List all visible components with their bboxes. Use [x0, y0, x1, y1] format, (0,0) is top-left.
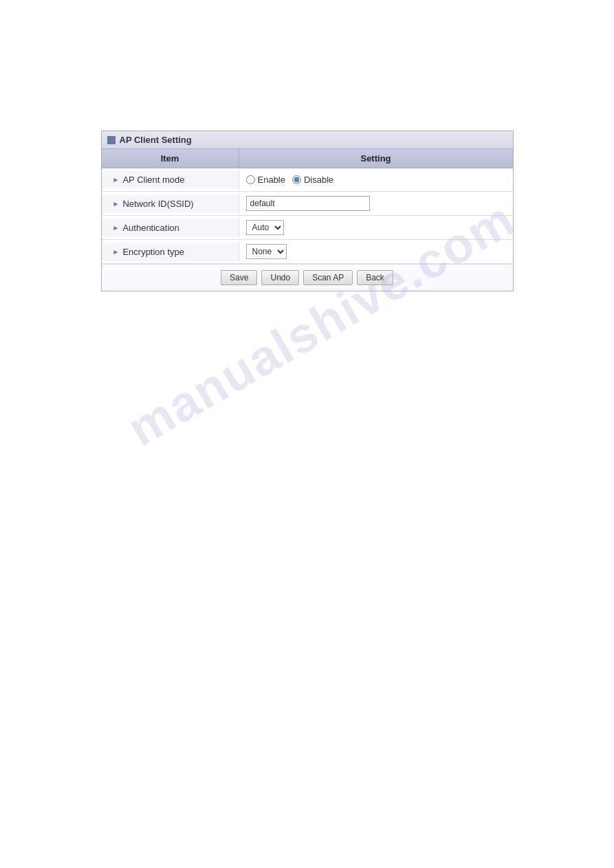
radio-enable-text: Enable [258, 175, 285, 185]
radio-disable-text: Disable [304, 175, 333, 185]
label-text-encryption-type: Encryption type [122, 247, 184, 257]
col-item-header: Item [102, 149, 239, 168]
arrow-icon: ► [113, 176, 120, 183]
label-text-ap-client-mode: AP Client mode [122, 175, 184, 185]
value-authentication: Auto [239, 216, 513, 239]
row-authentication: ► Authentication Auto [102, 216, 513, 240]
button-row: Save Undo Scan AP Back [102, 264, 513, 291]
ap-client-setting-panel: AP Client Setting Item Setting ► AP Clie… [101, 131, 514, 291]
radio-disable[interactable] [292, 175, 301, 184]
arrow-icon: ► [113, 224, 120, 232]
select-authentication[interactable]: Auto [246, 220, 284, 235]
panel-icon [107, 136, 116, 144]
panel-header: AP Client Setting [102, 131, 513, 149]
scan-ap-button[interactable]: Scan AP [303, 270, 353, 285]
value-ap-client-mode: Enable Disable [239, 170, 513, 189]
input-network-id[interactable] [246, 196, 370, 211]
radio-group-ap-mode: Enable Disable [246, 175, 334, 185]
back-button[interactable]: Back [357, 270, 393, 285]
undo-button[interactable]: Undo [261, 270, 299, 285]
row-ap-client-mode: ► AP Client mode Enable Disable [102, 168, 513, 192]
arrow-icon: ► [113, 248, 120, 256]
save-button[interactable]: Save [221, 270, 257, 285]
label-text-network-id: Network ID(SSID) [122, 199, 193, 209]
label-text-authentication: Authentication [122, 223, 179, 233]
panel-title: AP Client Setting [120, 135, 192, 145]
label-network-id: ► Network ID(SSID) [102, 194, 239, 213]
select-encryption-type[interactable]: None [246, 244, 287, 259]
arrow-icon: ► [113, 200, 120, 208]
label-authentication: ► Authentication [102, 219, 239, 237]
radio-disable-label[interactable]: Disable [292, 175, 333, 185]
radio-enable[interactable] [246, 175, 255, 184]
label-ap-client-mode: ► AP Client mode [102, 170, 239, 189]
row-encryption-type: ► Encryption type None [102, 240, 513, 264]
value-network-id [239, 192, 513, 215]
radio-enable-label[interactable]: Enable [246, 175, 285, 185]
value-encryption-type: None [239, 240, 513, 263]
col-setting-header: Setting [239, 149, 513, 168]
table-header: Item Setting [102, 149, 513, 168]
row-network-id: ► Network ID(SSID) [102, 192, 513, 216]
label-encryption-type: ► Encryption type [102, 243, 239, 261]
